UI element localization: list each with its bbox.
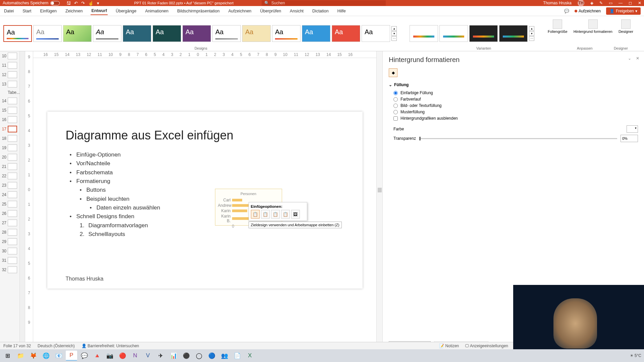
undo-icon[interactable]: ↶ (74, 1, 78, 6)
minimize-icon[interactable]: — (619, 1, 623, 5)
variants-more[interactable]: ▴▾⋯ (529, 26, 535, 41)
theme-item[interactable]: Aa (332, 25, 360, 42)
paste-option-embed-icon[interactable]: 📋 (251, 210, 260, 219)
tab-bildschirm[interactable]: Bildschirmpräsentation (176, 7, 220, 15)
theme-item[interactable]: Aa (153, 25, 181, 42)
language-status[interactable]: Deutsch (Österreich) (38, 344, 75, 348)
thumb-scrollbar[interactable] (19, 51, 25, 355)
theme-item[interactable]: Aa (3, 25, 32, 42)
ribbon-options-icon[interactable]: ▭ (609, 1, 612, 5)
color-picker[interactable] (627, 125, 638, 133)
share-button[interactable]: 👤 Freigeben ▾ (606, 7, 641, 15)
tab-dictation[interactable]: Dictation (312, 7, 329, 15)
variant-item[interactable] (499, 25, 528, 42)
designer-button[interactable]: Designer (616, 18, 635, 35)
slide-canvas[interactable]: Diagramme aus Excel einfügen Einfüge-Opt… (47, 112, 363, 289)
app-icon[interactable]: 📄 (231, 351, 243, 361)
variant-item[interactable] (469, 25, 498, 42)
app-icon[interactable]: 👥 (219, 351, 230, 361)
powerpoint-icon[interactable]: P (66, 351, 77, 361)
picture-fill-radio[interactable]: Bild- oder Texturfüllung (393, 103, 638, 108)
accessibility-status[interactable]: 👤 Barrierefreiheit: Untersuchen (82, 344, 139, 348)
app-icon[interactable]: 🔴 (117, 351, 128, 361)
visio-icon[interactable]: V (142, 351, 154, 361)
diamond-icon[interactable]: ◈ (590, 1, 593, 5)
tab-aufzeichnen[interactable]: Aufzeichnen (228, 7, 252, 15)
tab-uebergaenge[interactable]: Übergänge (115, 7, 137, 15)
display-settings[interactable]: 🖵 Anzeigeeinstellungen (465, 344, 508, 348)
pane-close-icon[interactable]: ✕ (636, 56, 639, 61)
redo-icon[interactable]: ↷ (81, 1, 85, 6)
theme-item[interactable]: Aa (182, 25, 211, 42)
obs-icon[interactable]: ⚫ (180, 351, 192, 361)
pane-collapse-icon[interactable]: ⌄ (628, 56, 631, 61)
theme-item[interactable]: Aa (63, 25, 92, 42)
variant-item[interactable] (410, 25, 438, 42)
search-input[interactable]: 🔍 Suchen (262, 0, 386, 6)
explorer-icon[interactable]: 📁 (15, 351, 26, 361)
firefox-icon[interactable]: 🦊 (28, 351, 39, 361)
telegram-icon[interactable]: ✈ (155, 351, 166, 361)
fill-tab-icon[interactable]: ◆ (389, 68, 397, 77)
slide-size-button[interactable]: Foliengröße (546, 18, 570, 35)
pattern-fill-radio[interactable]: Musterfüllung (393, 110, 638, 114)
theme-item[interactable]: Aa (93, 25, 121, 42)
record-button[interactable]: Aufzeichnen (575, 9, 601, 13)
solid-fill-radio[interactable]: Einfarbige Füllung (393, 90, 638, 95)
save-icon[interactable]: 🖫 (66, 1, 71, 6)
app-icon[interactable]: 📊 (168, 351, 179, 361)
tab-hilfe[interactable]: Hilfe (337, 7, 346, 15)
pen-icon[interactable]: ✎ (599, 1, 603, 5)
transparency-slider[interactable] (419, 138, 617, 139)
vertical-scrollbar[interactable] (376, 51, 382, 355)
transparency-value[interactable] (621, 135, 638, 142)
notes-button[interactable]: 📝 Notizen (439, 344, 459, 348)
format-background-button[interactable]: Hintergrund formatieren (572, 18, 614, 35)
theme-item[interactable]: Aa (272, 25, 301, 42)
comments-icon[interactable]: 💬 (564, 9, 569, 13)
qat-more-icon[interactable]: ▾ (97, 1, 99, 6)
chrome-icon[interactable]: 🌐 (40, 351, 52, 361)
onenote-icon[interactable]: N (129, 351, 141, 361)
tab-start[interactable]: Start (22, 7, 32, 15)
gradient-fill-radio[interactable]: Farbverlauf (393, 97, 638, 102)
maximize-icon[interactable]: ◻ (629, 1, 632, 5)
theme-item[interactable]: Aa (302, 25, 330, 42)
close-icon[interactable]: ✕ (638, 1, 641, 5)
tab-einfuegen[interactable]: Einfügen (40, 7, 57, 15)
app-icon[interactable]: 💬 (78, 351, 90, 361)
vlc-icon[interactable]: 🔺 (91, 351, 103, 361)
avatar[interactable]: TH (578, 0, 584, 6)
touch-icon[interactable]: ☝ (88, 1, 94, 6)
fill-section[interactable]: ⌄Füllung (389, 82, 638, 87)
autosave-toggle[interactable]: Automatisches Speichern (3, 1, 60, 5)
theme-item[interactable]: Aa (212, 25, 241, 42)
user-name[interactable]: Thomas Hruska (543, 1, 572, 5)
paste-option-icon[interactable]: 📋 (271, 210, 280, 219)
outlook-icon[interactable]: 📧 (53, 351, 64, 361)
themes-more[interactable]: ▴▾⋯ (391, 26, 397, 41)
hide-graphics-checkbox[interactable]: Hintergrundgrafiken ausblenden (393, 116, 638, 121)
app-icon[interactable]: 📷 (104, 351, 115, 361)
tab-datei[interactable]: Datei (3, 7, 14, 15)
paste-option-picture-icon[interactable]: 🖼 (291, 210, 300, 219)
tab-zeichnen[interactable]: Zeichnen (65, 7, 83, 15)
paste-option-icon[interactable]: 📋 (261, 210, 270, 219)
start-icon[interactable]: ⊞ (2, 351, 13, 361)
theme-item[interactable]: Aa (123, 25, 151, 42)
variant-item[interactable] (439, 25, 468, 42)
slide-counter[interactable]: Folie 17 von 32 (3, 344, 31, 348)
app-icon[interactable]: 🔵 (206, 351, 217, 361)
paste-option-icon[interactable]: 📋 (281, 210, 290, 219)
pane-title: Hintergrund formatieren (389, 56, 638, 64)
tab-animationen[interactable]: Animationen (145, 7, 169, 15)
weather-widget[interactable]: ☀ 5°C (630, 353, 641, 358)
tab-entwurf[interactable]: Entwurf (91, 7, 108, 15)
theme-item[interactable]: Aa (33, 25, 62, 42)
theme-item[interactable]: Aa (362, 25, 390, 42)
tab-ansicht[interactable]: Ansicht (289, 7, 304, 15)
tab-ueberpruefen[interactable]: Überprüfen (260, 7, 282, 15)
excel-icon[interactable]: X (244, 351, 256, 361)
app-icon[interactable]: ◯ (193, 351, 205, 361)
theme-item[interactable]: Aa (242, 25, 271, 42)
